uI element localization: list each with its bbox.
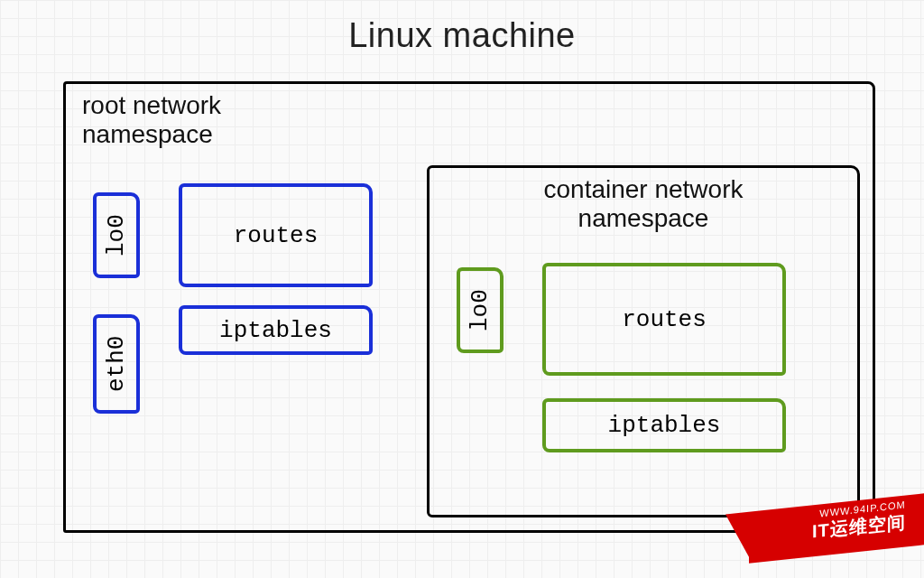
container-namespace-box: container network namespace lo0 routes i… (427, 165, 860, 517)
root-routes-box: routes (179, 183, 373, 287)
root-iptables-box: iptables (179, 305, 373, 355)
root-lo0-text: lo0 (97, 196, 136, 275)
container-lo0-box: lo0 (457, 267, 504, 353)
diagram-title: Linux machine (0, 16, 924, 55)
root-iptables-text: iptables (182, 309, 369, 351)
root-eth0-box: eth0 (93, 314, 140, 414)
container-lo0-text: lo0 (460, 271, 500, 350)
root-eth0-text: eth0 (97, 318, 136, 410)
root-lo0-box: lo0 (93, 192, 140, 278)
container-iptables-text: iptables (546, 402, 782, 449)
container-iptables-box: iptables (542, 398, 786, 452)
root-routes-text: routes (182, 187, 369, 284)
root-namespace-label: root network namespace (82, 91, 221, 149)
container-routes-box: routes (542, 263, 786, 376)
container-namespace-label: container network namespace (430, 175, 857, 233)
container-routes-text: routes (546, 266, 782, 372)
linux-machine-box: root network namespace lo0 eth0 routes i… (63, 81, 875, 533)
